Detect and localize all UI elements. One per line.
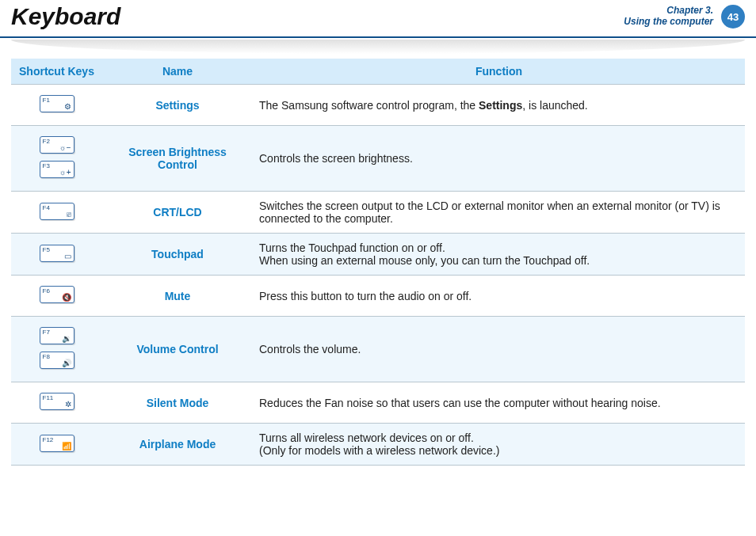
keycap-fn-label: F5 — [43, 246, 50, 253]
table-row: F12📶Airplane ModeTurns all wireless netw… — [11, 424, 745, 466]
table-row: F1⚙SettingsThe Samsung software control … — [11, 85, 745, 126]
th-shortcut: Shortcut Keys — [11, 59, 102, 85]
keycap-icon: F3☼+ — [40, 161, 74, 178]
th-name: Name — [102, 59, 253, 85]
keycap-icon: F5▭ — [40, 245, 74, 262]
header-shadow — [11, 40, 745, 54]
cell-name: Settings — [102, 85, 253, 126]
th-function: Function — [253, 59, 745, 85]
cell-name: Volume Control — [102, 317, 253, 382]
chapter-line2: Using the computer — [624, 16, 713, 27]
cell-shortcut-keys: F11✲ — [11, 382, 102, 424]
cell-shortcut-keys: F1⚙ — [11, 85, 102, 126]
cell-shortcut-keys: F7🔉F8🔊 — [11, 317, 102, 382]
table-row: F6🔇MutePress this button to turn the aud… — [11, 276, 745, 317]
keycap-glyph-icon: ✲ — [65, 401, 71, 409]
keycap-icon: F12📶 — [40, 435, 74, 452]
keycap-fn-label: F1 — [43, 97, 50, 104]
keycap-fn-label: F7 — [43, 329, 50, 336]
cell-function: Press this button to turn the audio on o… — [253, 276, 745, 317]
keycap-icon: F7🔉 — [40, 327, 74, 344]
content-area: Shortcut Keys Name Function F1⚙SettingsT… — [0, 54, 756, 466]
keycap-glyph-icon: ⎚ — [67, 211, 71, 219]
keycap-icon: F1⚙ — [40, 95, 74, 112]
cell-function: Switches the screen output to the LCD or… — [253, 192, 745, 234]
cell-name: CRT/LCD — [102, 192, 253, 234]
cell-name: Screen Brightness Control — [102, 126, 253, 192]
keycap-icon: F2☼− — [40, 136, 74, 154]
cell-shortcut-keys: F12📶 — [11, 424, 102, 466]
chapter-line1: Chapter 3. — [666, 5, 713, 16]
cell-name: Airplane Mode — [102, 424, 253, 466]
cell-shortcut-keys: F2☼−F3☼+ — [11, 126, 102, 192]
keycap-fn-label: F8 — [43, 353, 50, 360]
keycap-glyph-icon: 🔉 — [62, 335, 71, 343]
keycap-fn-label: F6 — [43, 287, 50, 295]
table-row: F5▭TouchpadTurns the Touchpad function o… — [11, 234, 745, 276]
keycap-glyph-icon: ☼− — [59, 144, 71, 152]
keycap-icon: F4⎚ — [40, 203, 74, 220]
cell-name: Mute — [102, 276, 253, 317]
table-row: F11✲Silent ModeReduces the Fan noise so … — [11, 382, 745, 424]
keycap-glyph-icon: ▭ — [64, 253, 71, 260]
keycap-fn-label: F12 — [43, 436, 54, 443]
keycap-glyph-icon: 🔊 — [62, 359, 71, 367]
keycap-fn-label: F11 — [43, 394, 54, 401]
cell-function: Turns the Touchpad function on or off.Wh… — [253, 234, 745, 276]
cell-function: Controls the screen brightness. — [253, 126, 745, 192]
cell-function: Reduces the Fan noise so that users can … — [253, 382, 745, 424]
table-row: F2☼−F3☼+Screen Brightness ControlControl… — [11, 126, 745, 192]
cell-shortcut-keys: F4⎚ — [11, 192, 102, 234]
keycap-icon: F11✲ — [40, 393, 74, 410]
shortcut-table: Shortcut Keys Name Function F1⚙SettingsT… — [11, 59, 745, 466]
cell-shortcut-keys: F6🔇 — [11, 276, 102, 317]
keycap-icon: F6🔇 — [40, 286, 74, 303]
cell-name: Touchpad — [102, 234, 253, 276]
table-row: F7🔉F8🔊Volume ControlControls the volume. — [11, 317, 745, 382]
keycap-glyph-icon: 🔇 — [62, 294, 71, 302]
keycap-icon: F8🔊 — [40, 352, 74, 369]
table-row: F4⎚CRT/LCDSwitches the screen output to … — [11, 192, 745, 234]
keycap-fn-label: F3 — [43, 162, 50, 169]
cell-shortcut-keys: F5▭ — [11, 234, 102, 276]
page-header: Keyboard Chapter 3. Using the computer 4… — [0, 0, 756, 38]
keycap-glyph-icon: ☼+ — [59, 169, 71, 177]
keycap-glyph-icon: ⚙ — [64, 103, 71, 111]
chapter-label: Chapter 3. Using the computer — [624, 5, 713, 27]
keycap-glyph-icon: 📶 — [62, 443, 71, 450]
cell-function: Controls the volume. — [253, 317, 745, 382]
page-title: Keyboard — [11, 3, 120, 30]
table-header-row: Shortcut Keys Name Function — [11, 59, 745, 85]
cell-name: Silent Mode — [102, 382, 253, 424]
cell-function: Turns all wireless network devices on or… — [253, 424, 745, 466]
page-number-badge: 43 — [721, 5, 745, 29]
cell-function: The Samsung software control program, th… — [253, 85, 745, 126]
keycap-fn-label: F2 — [43, 138, 50, 145]
keycap-fn-label: F4 — [43, 204, 50, 211]
